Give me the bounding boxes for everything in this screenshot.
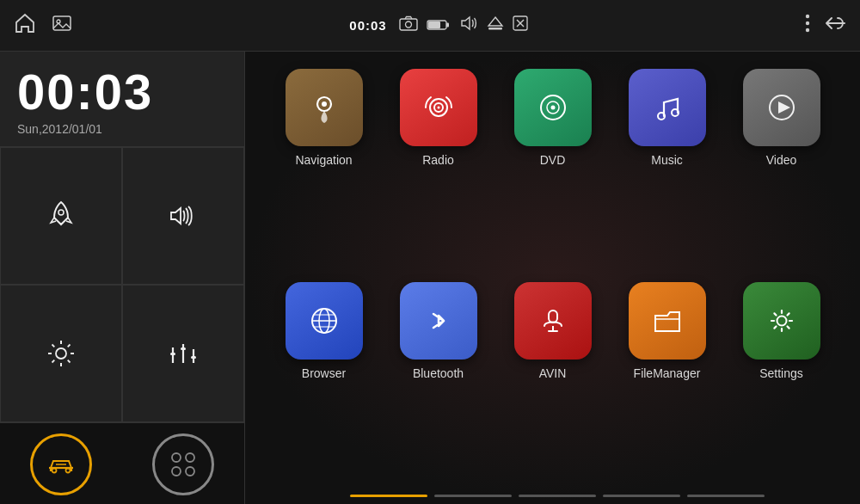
svg-rect-5 — [428, 22, 440, 28]
rocket-button[interactable] — [0, 147, 122, 285]
bottom-buttons — [0, 423, 244, 504]
time-display: 00:03 — [349, 18, 386, 33]
browser-label: Browser — [302, 366, 346, 380]
right-panel: Navigation Radio — [245, 52, 860, 504]
app-avin[interactable]: AVIN — [503, 282, 602, 487]
svg-point-55 — [777, 316, 786, 325]
settings-icon — [743, 282, 820, 360]
filemanager-label: FileManager — [634, 366, 701, 380]
volume-icon[interactable] — [459, 15, 478, 36]
clock-display: 00:03 — [17, 67, 227, 117]
radio-label: Radio — [422, 153, 454, 167]
svg-marker-7 — [488, 17, 502, 26]
svg-point-3 — [405, 22, 411, 28]
settings-label: Settings — [759, 366, 803, 380]
bluetooth-label: Bluetooth — [413, 366, 464, 380]
svg-point-44 — [550, 106, 555, 110]
svg-point-41 — [437, 107, 439, 109]
svg-marker-48 — [778, 101, 790, 114]
page-dot-1[interactable] — [350, 495, 427, 497]
filemanager-icon — [629, 282, 706, 360]
page-dot-5[interactable] — [687, 495, 765, 497]
more-menu-icon[interactable] — [805, 14, 810, 37]
svg-line-24 — [52, 360, 55, 363]
svg-point-38 — [322, 101, 327, 107]
svg-point-34 — [186, 453, 194, 462]
svg-rect-30 — [191, 356, 196, 359]
close-icon[interactable] — [513, 15, 528, 35]
clock-area: 00:03 Sun,2012/01/01 — [0, 52, 244, 147]
app-browser[interactable]: Browser — [274, 282, 373, 487]
app-navigation[interactable]: Navigation — [274, 69, 373, 274]
top-bar: 00:03 — [0, 0, 860, 52]
car-button[interactable] — [30, 433, 92, 495]
app-radio[interactable]: Radio — [389, 69, 488, 274]
page-dot-2[interactable] — [434, 495, 512, 497]
svg-rect-28 — [181, 347, 186, 350]
battery-icon — [427, 15, 451, 35]
dvd-icon — [514, 69, 592, 146]
svg-point-31 — [52, 469, 57, 473]
video-label: Video — [766, 153, 797, 167]
svg-line-23 — [68, 345, 71, 347]
dvd-label: DVD — [540, 153, 566, 167]
svg-point-35 — [172, 467, 181, 476]
navigation-icon — [286, 69, 363, 146]
bluetooth-icon — [400, 282, 477, 360]
volume-button[interactable] — [122, 147, 244, 285]
page-dot-3[interactable] — [519, 495, 596, 497]
music-label: Music — [651, 153, 683, 167]
svg-rect-8 — [488, 28, 502, 30]
app-settings[interactable]: Settings — [732, 282, 831, 487]
svg-point-13 — [806, 22, 809, 25]
image-icon[interactable] — [52, 13, 72, 38]
svg-rect-6 — [446, 23, 449, 28]
app-dvd[interactable]: DVD — [503, 69, 602, 274]
svg-rect-0 — [53, 16, 71, 30]
quick-buttons — [0, 147, 244, 423]
equalizer-button[interactable] — [122, 285, 244, 422]
main-content: 00:03 Sun,2012/01/01 — [0, 52, 860, 504]
top-time: 00:03 — [349, 15, 527, 36]
svg-point-33 — [172, 453, 181, 462]
app-music[interactable]: Music — [617, 69, 716, 274]
browser-icon — [286, 282, 363, 360]
svg-rect-52 — [549, 310, 557, 323]
svg-rect-2 — [400, 19, 417, 30]
navigation-label: Navigation — [295, 153, 352, 167]
page-indicators — [271, 486, 843, 504]
camera-status-icon — [399, 15, 418, 35]
app-grid: Navigation Radio — [271, 69, 843, 486]
app-bluetooth[interactable]: Bluetooth — [389, 282, 488, 487]
home-icon[interactable] — [14, 12, 36, 39]
svg-point-36 — [186, 467, 194, 476]
eject-icon[interactable] — [487, 15, 504, 36]
svg-point-32 — [66, 469, 71, 473]
apps-button[interactable] — [152, 433, 214, 495]
svg-line-21 — [52, 345, 55, 347]
avin-icon — [514, 282, 592, 360]
app-filemanager[interactable]: FileManager — [617, 282, 716, 487]
svg-point-12 — [806, 15, 809, 18]
radio-icon — [400, 69, 477, 146]
svg-point-16 — [56, 348, 66, 359]
left-panel: 00:03 Sun,2012/01/01 — [0, 52, 245, 504]
date-display: Sun,2012/01/01 — [17, 122, 227, 136]
svg-point-15 — [58, 210, 64, 215]
music-icon — [629, 69, 706, 146]
svg-line-22 — [68, 360, 71, 363]
avin-label: AVIN — [539, 366, 567, 380]
brightness-button[interactable] — [0, 285, 122, 422]
app-video[interactable]: Video — [732, 69, 831, 274]
svg-point-14 — [806, 28, 809, 32]
video-icon — [743, 69, 820, 146]
back-icon[interactable] — [822, 14, 846, 37]
svg-rect-26 — [170, 353, 175, 355]
page-dot-4[interactable] — [603, 495, 680, 497]
